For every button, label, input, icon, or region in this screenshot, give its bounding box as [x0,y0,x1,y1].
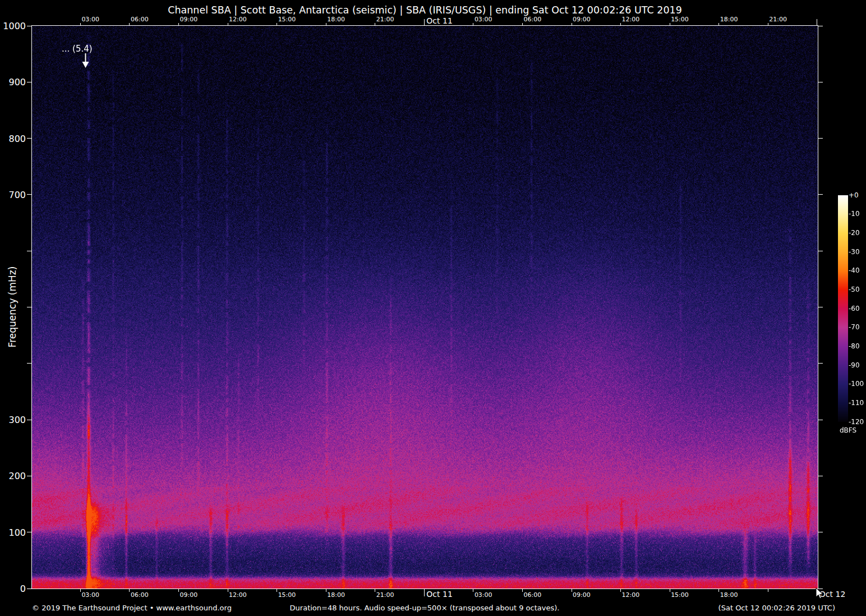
x-tick-label: 09:00 [180,16,198,22]
x-tick [129,23,130,26]
y-tick [27,194,31,195]
y-tick [27,363,31,364]
x-tick [572,589,572,592]
x-tick-label: 12:00 [622,16,640,22]
x-tick-label: 06:00 [523,16,541,22]
x-tick-label: 21:00 [769,16,787,22]
x-tick-label: 21:00 [376,16,394,22]
x-tick [670,589,670,592]
x-tick [473,589,473,592]
x-tick-label: 15:00 [278,592,296,598]
colorbar-tick-label: -110 [849,399,864,407]
y-tick [27,476,31,476]
y-tick [818,82,823,82]
colorbar [838,195,848,422]
x-tick [572,23,572,26]
colorbar-tick-label: -100 [849,380,864,388]
x-tick-label: 09:00 [180,592,198,598]
y-tick [818,307,823,307]
y-tick-label: 700 [0,190,26,200]
colorbar-tick-label: -70 [849,324,860,331]
y-tick-label: 900 [0,77,26,87]
x-tick [178,589,179,592]
x-tick-label: 18:00 [720,592,738,598]
y-tick-label: 1000 [0,21,26,31]
colorbar-tick-label: -120 [849,419,864,426]
y-tick-label: 800 [0,134,26,144]
colorbar-tick-label: -50 [849,286,860,293]
x-tick-label: 03:00 [81,16,99,22]
y-tick [818,363,823,364]
x-tick [375,23,375,26]
spectrogram-app: Channel SBA | Scott Base, Antarctica (se… [0,0,866,616]
x-tick [473,23,473,26]
annotation-arrow-icon [81,53,90,69]
y-tick [818,420,823,420]
x-tick [522,589,523,592]
y-tick-label: 300 [0,415,26,425]
x-tick-label: 09:00 [573,592,591,598]
x-tick-label: 06:00 [523,592,541,598]
x-tick [424,19,425,26]
spectrogram-canvas[interactable] [32,26,818,589]
x-tick [228,23,228,26]
y-tick-label: 100 [0,528,26,537]
x-tick [768,23,768,26]
y-tick [27,251,31,251]
x-tick [228,589,228,592]
x-tick-label: 18:00 [327,16,345,22]
x-tick-label: 06:00 [131,16,149,22]
x-tick-label: 18:00 [327,592,345,598]
y-tick-label: 0 [0,584,26,594]
x-tick-label: 15:00 [671,592,689,598]
x-tick-label: 12:00 [229,592,247,598]
y-tick [27,589,31,589]
footer-duration: Duration=48 hours. Audio speed-up=500× (… [290,604,560,612]
y-tick [27,26,31,26]
event-annotation-label: ... (5.4) [62,44,93,54]
x-tick-label: 03:00 [81,592,99,598]
x-tick-label: 15:00 [671,16,689,22]
x-tick [670,23,670,26]
x-tick-label: Oct 11 [426,590,452,599]
x-tick-label: 03:00 [475,592,492,598]
x-tick [277,589,277,592]
x-tick-label: 15:00 [278,16,296,22]
y-tick [27,532,31,532]
x-tick [817,19,817,26]
page-title: Channel SBA | Scott Base, Antarctica (se… [32,4,818,16]
y-tick [818,476,823,476]
x-tick-label: 21:00 [376,592,394,598]
x-tick-label: 12:00 [622,592,640,598]
y-tick-label: 200 [0,471,26,481]
x-tick [326,23,326,26]
y-tick [27,307,31,307]
y-tick [818,26,823,26]
x-tick [718,589,719,592]
x-tick [620,23,621,26]
footer-endtime: (Sat Oct 12 00:02:26 2019 UTC) [718,604,835,612]
x-tick [718,23,719,26]
x-tick [375,589,375,592]
x-tick-label: 03:00 [475,16,492,22]
x-tick [424,589,425,596]
x-tick-label: 09:00 [573,16,591,22]
x-tick-label: Oct 11 [426,17,452,25]
x-tick [768,589,768,592]
y-tick [818,194,823,195]
x-tick [178,23,179,26]
mouse-cursor-icon [815,587,825,600]
colorbar-tick-label: -90 [849,362,860,369]
x-tick [80,589,81,592]
colorbar-tick-label: -80 [849,343,860,350]
x-tick [277,23,277,26]
x-tick-label: 18:00 [720,16,738,22]
y-tick [818,532,823,532]
y-tick [818,138,823,139]
x-tick [620,589,621,592]
x-tick [80,23,81,26]
x-tick [326,589,326,592]
x-tick-label: 06:00 [131,592,149,598]
colorbar-tick-label: -60 [849,305,860,312]
y-tick [27,138,31,139]
